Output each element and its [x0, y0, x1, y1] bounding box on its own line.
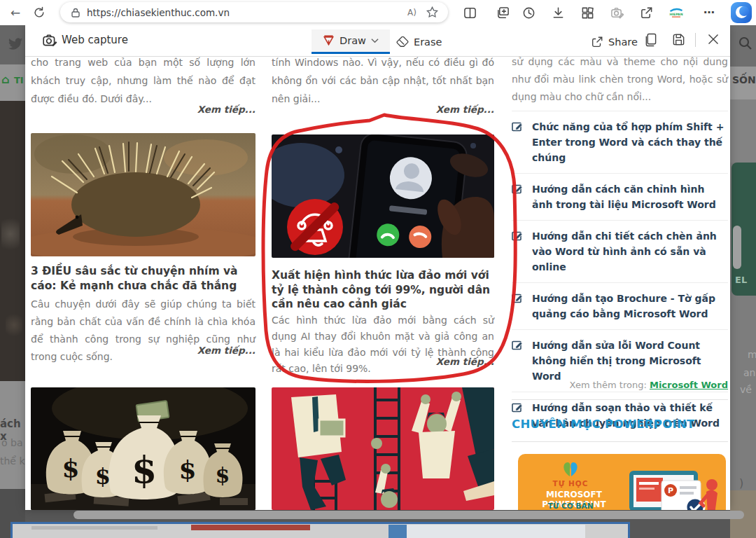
- svg-text:$: $: [132, 448, 157, 491]
- doc-edit-icon: [512, 340, 524, 351]
- bg-text-fragment: o ba: [1, 437, 22, 448]
- toolbar-divider: [695, 33, 696, 47]
- bg-text-fragment: m: [748, 349, 756, 360]
- close-capture-button[interactable]: [707, 33, 720, 48]
- save-icon: [672, 33, 685, 46]
- back-button[interactable]: ←: [7, 5, 24, 20]
- sidebar-list-item[interactable]: Hướng dẫn chi tiết cách chèn ảnh vào Wor…: [512, 221, 728, 283]
- bg-menu-fragment: TI: [14, 75, 24, 85]
- draw-button[interactable]: Draw: [312, 29, 390, 54]
- dimmed-page-left-strip: ⌂ TI ách x o ba thể k: [0, 25, 25, 538]
- eraser-icon: [396, 36, 409, 48]
- erase-label: Erase: [414, 36, 442, 48]
- sidebar-list-item[interactable]: Hướng dẫn tạo Brochure - Tờ gấp quảng cá…: [512, 283, 728, 330]
- more-menu-button[interactable]: …: [700, 3, 718, 16]
- capture-toolbar: Web capture Draw Erase Share: [25, 25, 730, 57]
- share-label: Share: [608, 36, 638, 48]
- capture-panel-title: Web capture: [62, 34, 128, 46]
- collections-button[interactable]: [492, 4, 513, 21]
- copy-icon: [644, 33, 657, 47]
- article-title[interactable]: Xuất hiện hình thức lừa đảo mới với tỷ l…: [272, 268, 494, 312]
- doc-edit-icon: [512, 121, 524, 132]
- web-capture-icon: [42, 33, 57, 48]
- dimmed-page-right-strip: SỐNG EL m an về ): [730, 25, 756, 538]
- article-excerpt: Các hình thức lừa đảo mới bằng cách sử d…: [272, 312, 494, 377]
- save-button[interactable]: [672, 33, 685, 49]
- chevron-down-icon[interactable]: [371, 38, 379, 43]
- read-more-link[interactable]: Xem tiếp...: [272, 104, 494, 115]
- bg-text-fragment: về: [740, 384, 752, 395]
- see-more-label: Xem thêm trong:: [570, 380, 650, 390]
- downloads-button[interactable]: [547, 4, 568, 21]
- read-more-link[interactable]: Xem tiếp...: [31, 345, 255, 356]
- article-title[interactable]: 3 ĐIỀU sâu sắc từ chuyện nhím và cáo: Kẻ…: [31, 264, 255, 294]
- tuhoc-logo-icon: [559, 458, 582, 478]
- hiepan-extension-icon[interactable]: HIEPAN: [666, 4, 687, 21]
- split-screen-button[interactable]: [459, 4, 480, 21]
- share-button[interactable]: [636, 4, 657, 21]
- lock-icon: [71, 8, 80, 18]
- web-capture-button[interactable]: [606, 4, 627, 21]
- article-snippet-text: tính Windows nào. Vì vậy, nếu có điều gì…: [272, 53, 494, 108]
- powerpoint-course-banner[interactable]: TỰ HỌC MICROSOFT POWERPOINT TỪ CƠ BẢN P: [518, 454, 726, 510]
- svg-text:$: $: [95, 463, 111, 490]
- doc-edit-icon: [512, 293, 524, 304]
- doc-edit-icon: [512, 230, 524, 242]
- twitter-icon: [8, 38, 23, 50]
- draw-label: Draw: [340, 35, 366, 46]
- history-button[interactable]: [518, 4, 539, 21]
- bg-text-fragment: ): [739, 476, 743, 490]
- close-icon: [707, 33, 720, 46]
- read-more-link[interactable]: Xem tiếp...: [31, 104, 255, 115]
- favorite-star-icon[interactable]: [426, 6, 438, 18]
- copy-button[interactable]: [644, 33, 657, 50]
- vertical-scrollbar[interactable]: [733, 226, 741, 269]
- banner-line3: TỪ CƠ BẢN: [518, 502, 623, 510]
- see-more-line: Xem thêm trong: Microsoft Word: [512, 380, 728, 390]
- share-icon: [591, 36, 603, 48]
- web-capture-panel: Web capture Draw Erase Share cho trang w…: [25, 25, 730, 510]
- bg-menu-fragment: SỐNG: [732, 74, 756, 85]
- bg-text-fragment: thể k: [0, 455, 25, 467]
- sidebar-snippet-text: sử dụng các màu và theme cho nội dung nh…: [512, 53, 728, 106]
- sidebar-list-item[interactable]: Chức năng của tổ hợp phím Shift + Enter …: [512, 111, 728, 174]
- svg-text:$: $: [62, 453, 79, 483]
- ladder-illustration-article-image[interactable]: [272, 387, 494, 510]
- apps-button[interactable]: [577, 4, 598, 21]
- doc-edit-icon: [512, 402, 524, 413]
- powerpoint-section-heading: CHUYÊN MỤC POWERPOINT: [512, 418, 728, 431]
- banner-illustration: P: [626, 461, 723, 510]
- browser-chrome: ← https://chiasekienthuc.com.vn A) HIEPA…: [0, 0, 756, 25]
- draw-pen-icon: [323, 35, 335, 47]
- address-bar[interactable]: https://chiasekienthuc.com.vn A): [60, 2, 448, 22]
- home-icon: ⌂: [1, 73, 9, 86]
- svg-text:$: $: [178, 455, 196, 484]
- read-more-link[interactable]: Xem tiếp...: [272, 356, 494, 367]
- sidebar-list-item[interactable]: Hướng dẫn cách căn chỉnh hình ảnh trong …: [512, 174, 728, 221]
- copilot-icon[interactable]: [731, 2, 752, 23]
- horizontal-scrollbar[interactable]: [74, 511, 744, 519]
- microsoft-word-link[interactable]: Microsoft Word: [650, 380, 728, 390]
- refresh-button[interactable]: [31, 5, 48, 20]
- money-bags-article-image[interactable]: $ $ $ $ $: [31, 387, 255, 510]
- article-snippet-text: cho trang web của bạn một số lượng lớn k…: [31, 53, 255, 108]
- banner-line1: TỰ HỌC: [518, 479, 623, 488]
- svg-text:P: P: [668, 486, 673, 495]
- erase-button[interactable]: Erase: [396, 31, 442, 53]
- url-text[interactable]: https://chiasekienthuc.com.vn: [87, 7, 407, 18]
- dimmed-powerpoint-window: [10, 522, 630, 538]
- svg-text:$: $: [216, 463, 230, 488]
- search-icon: [738, 36, 752, 50]
- bg-text-fragment: an: [743, 367, 755, 378]
- capture-share-button[interactable]: Share: [591, 31, 638, 53]
- echidna-article-image[interactable]: [31, 133, 255, 256]
- doc-edit-icon: [512, 184, 524, 195]
- phone-scam-article-image[interactable]: [272, 134, 494, 258]
- reader-mode-icon[interactable]: A): [407, 8, 416, 18]
- svg-text:HIEPAN: HIEPAN: [669, 13, 682, 16]
